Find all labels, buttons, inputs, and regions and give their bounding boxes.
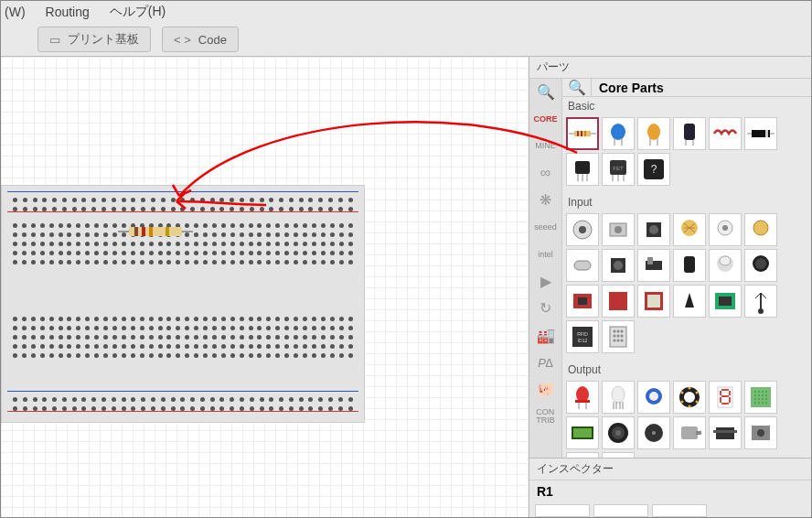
svg-point-89: [696, 401, 699, 404]
part-phototransistor[interactable]: [709, 213, 742, 246]
input-parts-grid: RFIDID12: [562, 211, 811, 361]
bin-arduino[interactable]: ∞: [529, 160, 561, 188]
part-mystery[interactable]: ?: [637, 153, 670, 186]
part-led-matrix[interactable]: [744, 381, 777, 414]
svg-point-115: [615, 430, 621, 436]
part-pir[interactable]: [709, 249, 742, 282]
part-resistor[interactable]: [566, 117, 599, 150]
part-crystal[interactable]: [566, 249, 599, 282]
part-encoder[interactable]: [637, 213, 670, 246]
part-lcd[interactable]: [566, 416, 599, 449]
part-gps[interactable]: [637, 285, 670, 318]
svg-point-92: [681, 392, 684, 394]
bin-intel[interactable]: intel: [529, 241, 561, 268]
part-transistor[interactable]: [566, 153, 599, 186]
part-gyro[interactable]: [602, 285, 635, 318]
part-led-red[interactable]: [566, 381, 599, 414]
part-keypad[interactable]: [602, 320, 635, 353]
part-switch[interactable]: [637, 249, 670, 282]
part-rfid[interactable]: RFIDID12: [566, 320, 599, 353]
part-capacitor-ceramic[interactable]: [602, 117, 635, 150]
part-neopixel-ring[interactable]: [673, 381, 706, 414]
part-capacitor-tantalum[interactable]: [637, 117, 670, 150]
part-servo[interactable]: [709, 416, 742, 449]
svg-point-117: [652, 431, 656, 435]
arduino-icon: ∞: [540, 165, 550, 181]
part-microphone[interactable]: [744, 249, 777, 282]
part-stepper[interactable]: [744, 416, 777, 449]
svg-rect-16: [765, 130, 768, 137]
svg-rect-51: [578, 297, 587, 305]
svg-point-31: [579, 226, 586, 233]
svg-point-66: [617, 330, 620, 333]
svg-point-97: [762, 391, 764, 393]
part-diode[interactable]: [744, 117, 777, 150]
menu-routing[interactable]: Routing: [46, 5, 90, 19]
part-temp-sensor[interactable]: [673, 285, 706, 318]
svg-point-99: [754, 394, 756, 396]
bin-sparkfun[interactable]: ❋: [529, 187, 561, 214]
bin-animal[interactable]: 🐖: [529, 376, 561, 404]
part-photocell[interactable]: [673, 213, 706, 246]
inspector-field-2[interactable]: [593, 504, 648, 517]
inspector-part-name: R1: [529, 480, 811, 502]
inspector-field-1[interactable]: [535, 504, 590, 517]
svg-point-69: [617, 335, 620, 338]
part-potentiometer[interactable]: [566, 213, 599, 246]
svg-point-84: [649, 392, 658, 401]
part-tilt-sensor[interactable]: [673, 249, 706, 282]
bin-contrib[interactable]: CON TRIB: [529, 404, 561, 431]
bin-play[interactable]: ▶: [529, 268, 561, 296]
svg-rect-19: [575, 161, 590, 174]
svg-point-33: [614, 226, 622, 233]
part-piezo[interactable]: [637, 416, 670, 449]
part-capacitor-electrolytic[interactable]: [673, 117, 706, 150]
breadboard-canvas[interactable]: [1, 56, 529, 518]
part-led-blue[interactable]: [637, 381, 670, 414]
part-button[interactable]: [602, 249, 635, 282]
part-thermistor[interactable]: [744, 213, 777, 246]
svg-point-88: [696, 392, 699, 394]
parts-search-button[interactable]: 🔍: [562, 79, 592, 96]
bin-mine[interactable]: MINE: [529, 133, 561, 160]
part-antenna[interactable]: [744, 285, 777, 318]
part-speaker[interactable]: [602, 416, 635, 449]
output-parts-grid: [562, 379, 811, 458]
resistor-component[interactable]: [129, 227, 182, 236]
menu-help[interactable]: ヘルプ(H): [110, 4, 166, 20]
bin-pa[interactable]: P∆: [529, 350, 561, 377]
bin-search[interactable]: 🔍: [529, 79, 561, 106]
part-color-sensor[interactable]: [709, 285, 742, 318]
pcb-view-button[interactable]: ▭ プリント基板: [37, 27, 151, 52]
part-trimpot[interactable]: [602, 213, 635, 246]
bin-loop[interactable]: ↻: [529, 296, 561, 323]
code-view-button[interactable]: < > Code: [162, 27, 239, 52]
part-inductor[interactable]: [709, 117, 742, 150]
bin-core[interactable]: CORE: [529, 106, 561, 134]
part-led-rgb[interactable]: [602, 381, 635, 414]
section-input-label: Input: [562, 193, 811, 211]
part-7segment[interactable]: [709, 381, 742, 414]
svg-rect-75: [575, 400, 590, 403]
svg-point-68: [614, 335, 616, 338]
bin-seeed[interactable]: seeed: [529, 214, 561, 242]
svg-point-91: [681, 401, 684, 404]
section-output-label: Output: [562, 361, 811, 379]
bin-more[interactable]: [529, 431, 561, 458]
inspector-title: インスペクター: [529, 459, 811, 480]
svg-rect-40: [574, 261, 591, 270]
inspector-field-3[interactable]: [652, 504, 707, 517]
part-accelerometer[interactable]: [566, 285, 599, 318]
breadboard[interactable]: [1, 185, 365, 423]
menu-window[interactable]: (W): [5, 5, 26, 19]
svg-point-109: [762, 402, 764, 404]
svg-point-70: [621, 335, 624, 338]
svg-point-35: [649, 225, 658, 234]
basic-parts-grid: FET ?: [562, 115, 811, 193]
svg-point-73: [621, 340, 624, 342]
svg-point-104: [758, 398, 760, 400]
svg-rect-56: [719, 297, 732, 306]
bin-factory[interactable]: 🏭: [529, 322, 561, 350]
part-mosfet[interactable]: FET: [602, 153, 635, 186]
part-motor[interactable]: [673, 416, 706, 449]
